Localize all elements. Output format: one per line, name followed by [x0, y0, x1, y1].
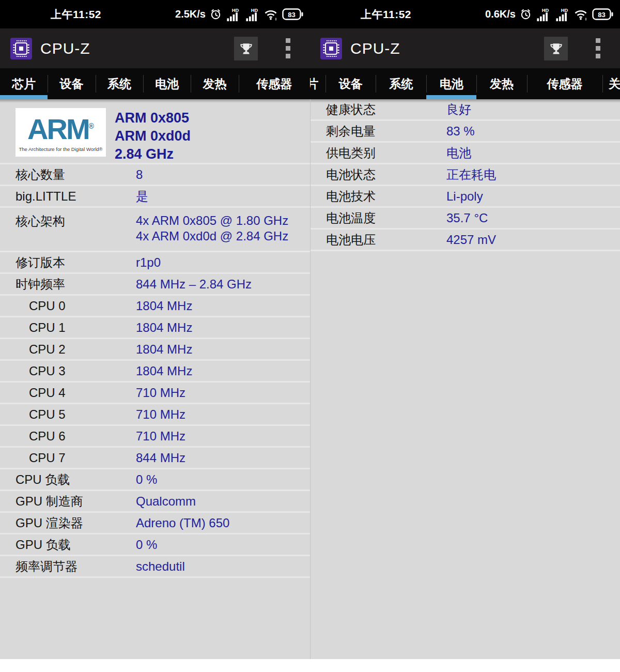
battery-icon: 83 [592, 8, 613, 20]
tab[interactable]: 电池 [426, 68, 476, 99]
row-value: 是 [136, 188, 148, 205]
row-value: 0 % [136, 538, 157, 552]
battery-content: 健康状态 良好 剩余电量 83 % 供电类别 电池 电池状态 正在耗电 电池技术… [310, 99, 620, 659]
tab[interactable]: 设备 [326, 68, 376, 99]
row-label: 健康状态 [311, 101, 446, 118]
row-value: 710 MHz [136, 386, 185, 400]
row-label: CPU 4 [0, 386, 136, 400]
table-row: CPU 6 710 MHz [0, 426, 310, 448]
cpuz-app-icon [320, 38, 342, 59]
row-value: 0 % [136, 472, 157, 487]
app-header: CPU-Z [310, 28, 620, 68]
row-label: 电池温度 [311, 210, 446, 226]
row-label: GPU 负载 [0, 537, 136, 553]
wifi-icon [264, 8, 278, 21]
tab[interactable]: 发热 [191, 68, 238, 99]
row-label: 核心架构 [0, 213, 136, 230]
table-row: GPU 制造商 Qualcomm [0, 491, 310, 513]
row-label: big.LITTLE [0, 189, 136, 204]
table-row: 电池技术 Li-poly [311, 186, 620, 208]
row-value: Adreno (TM) 650 [136, 516, 229, 530]
app-header: CPU-Z [0, 28, 310, 68]
bottom-gap [0, 659, 620, 672]
table-row: 时钟频率 844 MHz – 2.84 GHz [0, 274, 310, 296]
table-row: 供电类别 电池 [311, 143, 620, 164]
app-title: CPU-Z [40, 40, 90, 57]
table-row: 核心架构 4x ARM 0x805 @ 1.80 GHz 4x ARM 0xd0… [0, 208, 310, 252]
table-row: GPU 负载 0 % [0, 534, 310, 556]
tab[interactable]: 关 [602, 68, 620, 99]
tab[interactable]: 电池 [143, 68, 191, 99]
tab[interactable]: 芯片 [0, 68, 48, 99]
tab[interactable]: 系统 [376, 68, 426, 99]
row-label: 电池状态 [311, 166, 446, 183]
row-value: 4257 mV [446, 233, 496, 247]
table-row: CPU 5 710 MHz [0, 404, 310, 426]
row-value: Qualcomm [136, 494, 196, 509]
trophy-icon [549, 41, 563, 55]
row-value: schedutil [136, 559, 185, 574]
cpuz-app-icon [10, 38, 32, 59]
alarm-icon [520, 8, 532, 20]
svg-text:HD: HD [232, 8, 239, 13]
tab[interactable]: 系统 [96, 68, 143, 99]
soc-header: ARM® The Architecture for the Digital Wo… [0, 99, 310, 163]
soc-title: ARM 0x805 ARM 0xd0d 2.84 GHz [115, 108, 191, 163]
tab[interactable]: 发热 [476, 68, 526, 99]
tab[interactable]: 设备 [48, 68, 95, 99]
tab[interactable]: 传感器 [527, 68, 602, 99]
battery-table: 健康状态 良好 剩余电量 83 % 供电类别 电池 电池状态 正在耗电 电池技术… [311, 99, 620, 251]
row-label: CPU 0 [0, 299, 136, 313]
row-value: 1804 MHz [136, 342, 192, 357]
row-label: CPU 2 [0, 342, 136, 357]
table-row: CPU 负载 0 % [0, 469, 310, 491]
row-value: 良好 [446, 101, 471, 118]
row-value: 710 MHz [136, 429, 185, 444]
status-time: 上午11:52 [361, 7, 411, 22]
table-row: 电池温度 35.7 °C [311, 208, 620, 230]
row-label: CPU 3 [0, 364, 136, 378]
row-value: r1p0 [136, 255, 161, 270]
svg-text:HD: HD [561, 8, 568, 13]
table-row: 健康状态 良好 [311, 99, 620, 121]
table-row: 频率调节器 schedutil [0, 556, 310, 578]
panel-soc: 上午11:52 2.5K/s HD HD [0, 0, 310, 659]
row-value: 1804 MHz [136, 364, 192, 378]
row-value: 83 % [446, 124, 475, 139]
battery-icon: 83 [282, 8, 303, 20]
benchmark-trophy-button[interactable] [234, 37, 258, 60]
row-value: 电池 [446, 145, 471, 161]
overflow-menu-button[interactable] [594, 36, 602, 60]
table-row: CPU 7 844 MHz [0, 448, 310, 469]
benchmark-trophy-button[interactable] [544, 37, 568, 60]
table-row: CPU 4 710 MHz [0, 383, 310, 404]
tab[interactable]: 片 [310, 68, 326, 99]
row-label: CPU 5 [0, 407, 136, 422]
row-label: GPU 渲染器 [0, 515, 136, 531]
row-label: CPU 6 [0, 429, 136, 444]
row-value: Li-poly [446, 189, 483, 204]
row-value: 1804 MHz [136, 299, 192, 313]
table-row: CPU 2 1804 MHz [0, 339, 310, 361]
row-label: CPU 7 [0, 451, 136, 465]
table-row: big.LITTLE 是 [0, 186, 310, 208]
row-label: 修订版本 [0, 254, 136, 271]
table-row: 修订版本 r1p0 [0, 252, 310, 274]
row-label: 核心数量 [0, 166, 136, 183]
tab[interactable]: 传感器 [239, 68, 310, 99]
table-row: GPU 渲染器 Adreno (TM) 650 [0, 513, 310, 534]
row-label: 供电类别 [311, 145, 446, 161]
overflow-menu-button[interactable] [284, 36, 292, 60]
row-value: 正在耗电 [446, 166, 496, 183]
table-row: CPU 1 1804 MHz [0, 317, 310, 339]
row-value: 844 MHz [136, 451, 185, 465]
app-title: CPU-Z [350, 40, 400, 57]
svg-text:HD: HD [542, 8, 549, 13]
network-speed: 2.5K/s [175, 8, 206, 20]
signal-sim1-icon: HD [536, 7, 551, 22]
row-label: 频率调节器 [0, 558, 136, 575]
table-row: CPU 3 1804 MHz [0, 361, 310, 383]
row-label: 电池技术 [311, 188, 446, 205]
trophy-icon [239, 41, 253, 55]
row-label: GPU 制造商 [0, 493, 136, 510]
